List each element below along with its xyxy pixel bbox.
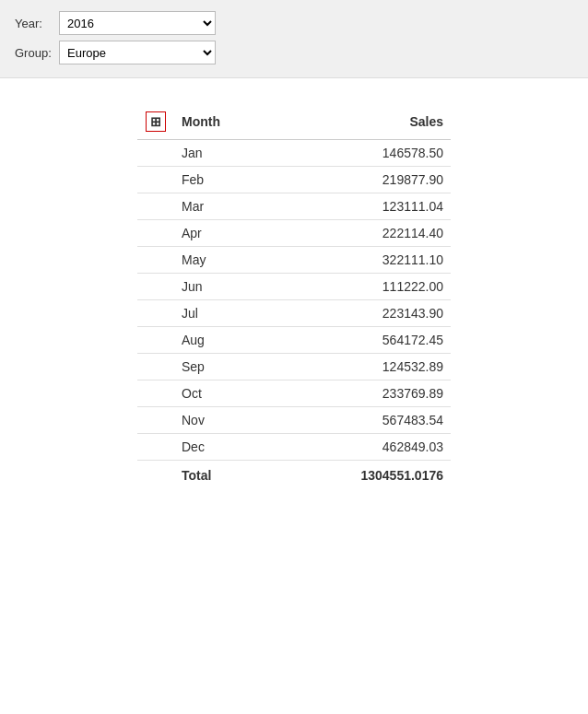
month-cell: Feb (174, 167, 266, 193)
group-label: Group: (15, 46, 59, 60)
month-column-header: Month (174, 106, 266, 140)
sales-cell: 322111.10 (266, 247, 451, 274)
expand-icon[interactable]: ⊞ (146, 111, 166, 132)
sales-cell: 567483.54 (266, 407, 451, 434)
year-label: Year: (15, 17, 59, 30)
month-cell: Oct (174, 380, 266, 407)
sales-cell: 462849.03 (266, 434, 451, 461)
row-expand-cell (137, 380, 174, 407)
month-cell: Sep (174, 354, 266, 380)
table-row: Jun111222.00 (137, 274, 451, 300)
row-expand-cell (137, 434, 174, 461)
filters-panel: Year: 2016 2015 2017 2018 Group: Europe … (0, 0, 588, 78)
table-row: Dec462849.03 (137, 434, 451, 461)
row-expand-cell (137, 327, 174, 354)
month-cell: Aug (174, 327, 266, 354)
month-cell: Jul (174, 300, 266, 327)
table-row: Mar123111.04 (137, 193, 451, 220)
month-cell: Apr (174, 220, 266, 247)
table-body: Jan146578.50Feb219877.90Mar123111.04Apr2… (137, 140, 451, 461)
main-content: ⊞ Month Sales Jan146578.50Feb219877.90Ma… (0, 78, 588, 509)
total-row: Total 1304551.0176 (137, 461, 451, 491)
table-row: May322111.10 (137, 247, 451, 274)
table-row: Oct233769.89 (137, 380, 451, 407)
sales-cell: 124532.89 (266, 354, 451, 380)
sales-cell: 223143.90 (266, 300, 451, 327)
total-label: Total (174, 461, 266, 491)
month-cell: May (174, 247, 266, 274)
row-expand-cell (137, 140, 174, 167)
sales-cell: 219877.90 (266, 167, 451, 193)
data-table-container: ⊞ Month Sales Jan146578.50Feb219877.90Ma… (137, 106, 451, 490)
year-select[interactable]: 2016 2015 2017 2018 (59, 11, 216, 35)
sales-cell: 564172.45 (266, 327, 451, 354)
table-row: Aug564172.45 (137, 327, 451, 354)
table-row: Jan146578.50 (137, 140, 451, 167)
group-select[interactable]: Europe Americas Asia All (59, 41, 216, 64)
row-expand-cell (137, 220, 174, 247)
sales-cell: 222114.40 (266, 220, 451, 247)
month-cell: Dec (174, 434, 266, 461)
row-expand-cell (137, 300, 174, 327)
total-spacer (137, 461, 174, 491)
sales-column-header: Sales (266, 106, 451, 140)
group-filter-row: Group: Europe Americas Asia All (15, 41, 573, 64)
month-cell: Jan (174, 140, 266, 167)
month-cell: Mar (174, 193, 266, 220)
table-row: Jul223143.90 (137, 300, 451, 327)
sales-table: ⊞ Month Sales Jan146578.50Feb219877.90Ma… (137, 106, 451, 490)
row-expand-cell (137, 274, 174, 300)
year-filter-row: Year: 2016 2015 2017 2018 (15, 11, 573, 35)
month-cell: Jun (174, 274, 266, 300)
table-row: Nov567483.54 (137, 407, 451, 434)
table-row: Feb219877.90 (137, 167, 451, 193)
table-header-row: ⊞ Month Sales (137, 106, 451, 140)
sales-cell: 123111.04 (266, 193, 451, 220)
month-cell: Nov (174, 407, 266, 434)
sales-cell: 233769.89 (266, 380, 451, 407)
sales-cell: 111222.00 (266, 274, 451, 300)
table-row: Apr222114.40 (137, 220, 451, 247)
total-value: 1304551.0176 (266, 461, 451, 491)
row-expand-cell (137, 247, 174, 274)
row-expand-cell (137, 407, 174, 434)
table-row: Sep124532.89 (137, 354, 451, 380)
row-expand-cell (137, 354, 174, 380)
expand-header-cell: ⊞ (137, 106, 174, 140)
row-expand-cell (137, 167, 174, 193)
sales-cell: 146578.50 (266, 140, 451, 167)
row-expand-cell (137, 193, 174, 220)
